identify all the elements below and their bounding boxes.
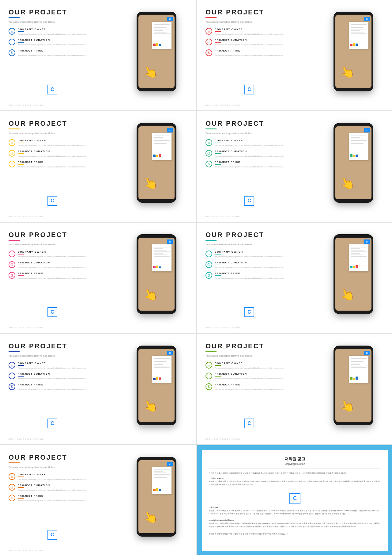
feature-content: PROJECT DURATION You can describe someth… — [18, 150, 121, 158]
feature-underline — [215, 275, 221, 276]
feature-item: ⌂ COMPANY OWNER You can describe somethi… — [9, 251, 121, 258]
feature-content: PROJECT DURATION You can describe someth… — [18, 373, 121, 380]
feature-title: PROJECT DURATION — [18, 373, 121, 375]
feature-desc: You can describe something short and nar… — [215, 277, 318, 280]
copyright-section-2: 2. 금지(Ban) 관련된 그래픽 이메일 및 기타에 본 우트도 이미지의 … — [209, 507, 381, 518]
feature-content: COMPANY OWNER You can describe something… — [18, 28, 121, 36]
phone-screen: C — [335, 126, 371, 199]
slide-underline — [205, 17, 217, 18]
feature-underline — [18, 53, 24, 53]
screen-badge: C — [364, 351, 370, 355]
feature-icon: ⌂ — [205, 362, 212, 369]
copyright-divider — [209, 469, 381, 469]
feature-underline — [18, 42, 24, 43]
c-logo-badge: C — [244, 85, 254, 94]
feature-underline — [215, 31, 221, 32]
feature-list: ⌂ COMPANY OWNER You can describe somethi… — [9, 139, 121, 216]
feature-underline — [215, 265, 221, 265]
slide-title: OUR PROJECT — [9, 454, 121, 461]
doc-line — [351, 24, 367, 25]
doc-line — [154, 363, 170, 363]
c-logo-badge: C — [244, 419, 254, 428]
doc-line — [154, 255, 167, 255]
copyright-section-title-3: 3. 이미지(Image) & 아이콘(Icon) — [209, 519, 381, 522]
feature-desc: You can describe something short and nar… — [215, 266, 318, 269]
doc-line — [154, 26, 163, 26]
hand-pointing: 👆 — [141, 57, 159, 79]
copyright-footer: 관련된 자료에 대한하신 어떤 사항에 대한 경우의 제약에 따라서는 연락주시… — [209, 533, 381, 536]
feature-content: PROJECT DURATION You can describe someth… — [215, 261, 318, 269]
copyright-text-2: 관련된 그래픽 이메일 및 기타에 본 우트도 이미지의 이미지는특정기능이 이… — [209, 509, 381, 515]
c-logo-badge: C — [47, 196, 57, 206]
bottom-label: BUSINESS PRESENTATION — [9, 438, 43, 440]
doc-line — [154, 30, 163, 31]
feature-list: ⌂ COMPANY OWNER You can describe somethi… — [205, 251, 318, 327]
doc-line — [351, 33, 367, 34]
c-logo-badge: C — [47, 419, 57, 428]
c-logo-copyright: C — [289, 493, 300, 504]
feature-icon: ◷ — [9, 484, 15, 491]
feature-item: ⌂ COMPANY OWNER You can describe somethi… — [9, 139, 121, 147]
feature-item: ◷ PROJECT DURATION You can describe some… — [205, 150, 318, 158]
copyright-section-3: 3. 이미지(Image) & 아이콘(Icon) 관련된 이미지나 아이콘이 … — [209, 519, 381, 531]
doc-line — [154, 477, 167, 478]
doc-line — [154, 142, 163, 142]
feature-desc: You can describe something short and nar… — [215, 44, 318, 46]
feature-title: PROJECT PRICE — [215, 383, 318, 386]
phone-mockup: C — [321, 339, 386, 444]
feature-title: COMPANY OWNER — [18, 362, 121, 365]
feature-item: ◷ PROJECT DURATION You can describe some… — [205, 261, 318, 269]
feature-desc: You can describe something short and nar… — [18, 377, 121, 380]
feature-underline — [215, 53, 221, 53]
feature-desc: You can describe something short and nar… — [215, 255, 318, 258]
doc-line — [351, 360, 360, 360]
document-sheet — [152, 244, 172, 271]
feature-desc: You can describe something short and nar… — [18, 478, 121, 481]
feature-content: PROJECT PRICE You can describe something… — [18, 161, 121, 168]
phone-notch — [149, 12, 164, 15]
slide-subtitle: You can describe something about the mai… — [9, 21, 121, 24]
phone-screen: C — [335, 349, 371, 422]
feature-desc: You can describe something short and nar… — [215, 367, 318, 369]
feature-item: $ PROJECT PRICE You can describe somethi… — [9, 383, 121, 391]
feature-icon: $ — [205, 161, 212, 167]
feature-content: PROJECT PRICE You can describe something… — [215, 383, 318, 391]
doc-line — [154, 364, 163, 365]
feature-icon: ◷ — [9, 150, 15, 157]
slide-subtitle: You can describe something about the mai… — [205, 132, 318, 135]
doc-line — [351, 250, 364, 251]
feature-item: ⌂ COMPANY OWNER You can describe somethi… — [9, 473, 121, 481]
bottom-label: BUSINESS PRESENTATION — [205, 216, 240, 217]
doc-line — [351, 32, 364, 33]
slide-left: OUR PROJECT You can describe something a… — [205, 120, 318, 216]
feature-item: ◷ PROJECT DURATION You can describe some… — [9, 150, 121, 158]
feature-list: ⌂ COMPANY OWNER You can describe somethi… — [205, 362, 318, 438]
c-logo-badge: C — [47, 85, 57, 94]
feature-item: $ PROJECT PRICE You can describe somethi… — [9, 495, 121, 502]
feature-underline — [18, 387, 24, 387]
doc-line — [351, 29, 367, 29]
feature-item: ◷ PROJECT DURATION You can describe some… — [9, 373, 121, 380]
document-sheet — [349, 244, 368, 271]
doc-line — [154, 137, 163, 138]
c-logo-badge: C — [47, 530, 57, 540]
slide-9: OUR PROJECT You can describe something a… — [0, 445, 196, 555]
slide-subtitle: You can describe something about the mai… — [205, 243, 318, 246]
c-logo-badge: C — [47, 307, 57, 317]
doc-line — [154, 140, 170, 141]
doc-line — [351, 247, 367, 247]
copyright-title-kr: 저작권 공고 — [209, 456, 381, 462]
document-sheet — [349, 356, 368, 383]
screen-badge: C — [167, 17, 173, 21]
doc-line — [351, 140, 367, 141]
phone-notch — [346, 12, 361, 15]
feature-content: COMPANY OWNER You can describe something… — [215, 251, 318, 258]
slide-title: OUR PROJECT — [9, 231, 121, 239]
slide-title: OUR PROJECT — [9, 120, 121, 127]
feature-underline — [18, 487, 24, 488]
phone-screen: C — [335, 238, 371, 311]
copyright-text-1: 관련된 조건들을 모두 인지하고 서비스에서 재배포하는(ContentCrea… — [209, 480, 381, 486]
feature-title: PROJECT PRICE — [18, 49, 121, 52]
feature-icon: $ — [205, 49, 212, 56]
doc-line — [154, 479, 170, 479]
